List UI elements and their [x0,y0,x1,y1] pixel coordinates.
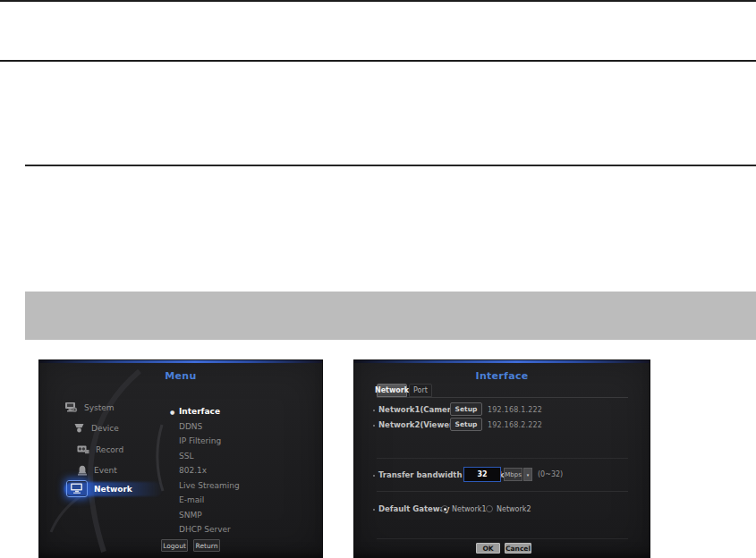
menu-item-ssl[interactable]: SSL [170,452,240,461]
interface-screenshot: Interface Network Port Network1(Camera) … [354,360,650,558]
sidebar-item-device[interactable]: Device [73,423,119,433]
network1-setup-button[interactable]: Setup [450,402,482,416]
menu-screenshot: Menu System Device Record [39,360,322,558]
record-icon [77,444,89,454]
sidebar-item-label: Record [96,445,123,454]
bandwidth-unit-dropdown[interactable]: Mbps [504,468,522,481]
dropdown-arrow-icon[interactable]: ▾ [523,468,532,481]
bandwidth-range-hint: (0~32) [538,470,563,478]
gateway-network1-radio[interactable] [441,505,448,512]
menu-item-ip-filtering[interactable]: IP Filtering [170,437,240,446]
menu-item-ddns[interactable]: DDNS [170,423,240,432]
network2-ip-value: 192.168.2.222 [488,421,542,429]
sidebar-item-network[interactable]: Network [66,480,132,497]
network2-setup-button[interactable]: Setup [450,418,482,431]
sidebar-item-event[interactable]: Event [77,465,117,476]
gateway-network2-radio[interactable] [486,505,493,512]
page-top-rule [0,0,756,2]
tabs-separator [377,397,628,398]
row-bullet [373,475,375,477]
ok-button[interactable]: OK [476,543,500,554]
note-band [25,292,756,340]
network1-ip-value: 192.168.1.222 [488,406,542,414]
row-bullet [373,410,375,411]
menu-item-8021x[interactable]: 802.1x [170,467,240,476]
page-section-rule [25,165,756,166]
sidebar-item-label: System [84,403,115,412]
menu-item-email[interactable]: E-mail [170,496,240,505]
page-header-rule [0,60,756,62]
default-gateway-label: Default Gateway [378,504,450,513]
interface-screen-title: Interface [354,370,650,382]
tab-network[interactable]: Network [377,384,407,397]
menu-item-live-streaming[interactable]: Live Streaming [170,482,240,491]
logout-button[interactable]: Logout [161,539,188,552]
menu-item-snmp[interactable]: SNMP [170,512,240,520]
screen-accent-line [354,360,650,363]
system-icon [64,402,78,413]
bandwidth-input[interactable] [463,467,501,482]
gateway-network2-label: Network2 [497,505,531,513]
menu-item-dhcp-server[interactable]: DHCP Server [170,526,240,535]
sidebar-item-record[interactable]: Record [77,444,123,454]
gateway-network1-label: Network1 [452,505,487,513]
section-separator [377,458,628,459]
device-icon [73,423,85,433]
sidebar-item-label: Event [94,466,117,475]
tab-port[interactable]: Port [409,384,432,397]
network-icon [66,480,88,497]
sidebar-item-system[interactable]: System [64,402,115,413]
network2-label: Network2(Viewer) [378,420,456,429]
event-bell-icon [77,465,88,476]
sidebar-item-label: Network [94,485,132,494]
cancel-button[interactable]: Cancel [505,543,531,554]
network1-label: Network1(Camera) [378,405,460,414]
network-submenu-list: ● Interface DDNS IP Filtering SSL 802.1x… [170,408,240,535]
menu-item-interface[interactable]: ● Interface [170,408,240,417]
footer-separator [377,538,628,539]
selected-bullet-icon: ● [170,410,174,415]
row-bullet [373,509,375,511]
sidebar-item-label: Device [91,424,119,433]
section-separator [377,491,628,492]
row-bullet [373,425,375,427]
return-button[interactable]: Return [193,539,220,552]
